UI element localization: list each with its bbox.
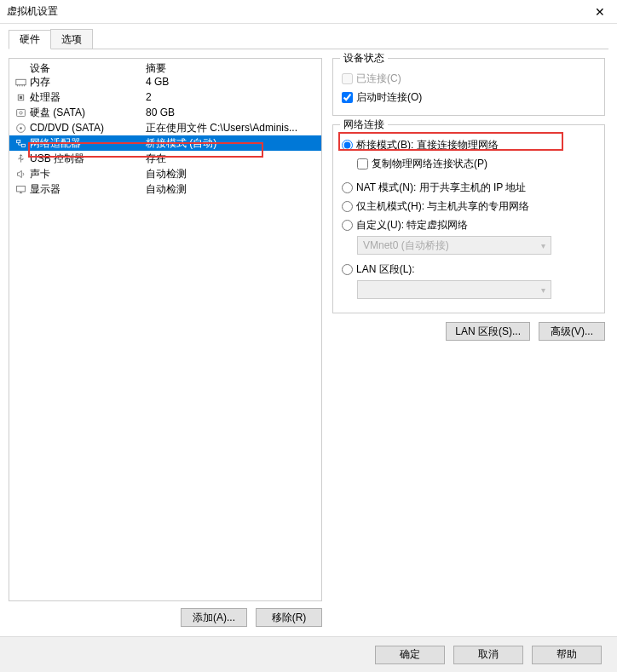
left-buttons: 添加(A)... 移除(R): [9, 608, 322, 627]
device-list: 设备 摘要 内存4 GB处理器2硬盘 (SATA)80 GBCD/DVD (SA…: [9, 58, 322, 601]
chevron-down-icon: ▾: [541, 285, 545, 295]
replicate-label: 复制物理网络连接状态(P): [372, 157, 487, 171]
device-summary: 存在: [146, 152, 321, 166]
svg-rect-12: [21, 144, 25, 146]
device-row[interactable]: CD/DVD (SATA)正在使用文件 C:\Users\Adminis...: [9, 120, 321, 135]
device-name: USB 控制器: [30, 152, 84, 166]
list-header: 设备 摘要: [9, 59, 321, 74]
lan-segment-label: LAN 区段(L):: [356, 262, 415, 277]
sound-icon: [14, 168, 26, 180]
svg-rect-7: [16, 109, 25, 116]
close-button[interactable]: ✕: [583, 0, 617, 24]
device-name: 显示器: [30, 182, 61, 197]
device-row[interactable]: 网络适配器桥接模式 (自动): [9, 135, 321, 151]
titlebar: 虚拟机设置 ✕: [0, 0, 617, 24]
network-icon: [14, 137, 26, 149]
display-icon: [14, 183, 26, 195]
device-status-title: 设备状态: [340, 51, 388, 66]
nat-radio-row[interactable]: NAT 模式(N): 用于共享主机的 IP 地址: [342, 178, 596, 197]
device-summary: 4 GB: [146, 76, 321, 88]
connected-checkbox: [342, 73, 353, 84]
nat-label: NAT 模式(N): 用于共享主机的 IP 地址: [356, 181, 526, 195]
disk-icon: [14, 106, 26, 118]
tab-options[interactable]: 选项: [50, 29, 93, 49]
bottom-bar: 确定 取消 帮助: [0, 636, 617, 672]
right-panel: 设备状态 已连接(C) 启动时连接(O) 网络连接 桥接模式(B): 直接连接物…: [332, 58, 608, 627]
col-device-header: 设备: [14, 61, 146, 76]
ok-button[interactable]: 确定: [375, 646, 445, 664]
advanced-button[interactable]: 高级(V)...: [539, 322, 605, 341]
device-row[interactable]: 硬盘 (SATA)80 GB: [9, 105, 321, 120]
chevron-down-icon: ▾: [541, 241, 545, 250]
replicate-checkbox-row[interactable]: 复制物理网络连接状态(P): [342, 154, 596, 173]
usb-icon: [14, 152, 26, 164]
custom-network-select: VMnet0 (自动桥接) ▾: [357, 236, 551, 255]
connected-label: 已连接(C): [356, 72, 401, 86]
device-name: 处理器: [30, 90, 61, 105]
network-connection-group: 网络连接 桥接模式(B): 直接连接物理网络 复制物理网络连接状态(P) NAT…: [332, 124, 605, 313]
cpu-icon: [14, 91, 26, 103]
cancel-button[interactable]: 取消: [453, 646, 523, 664]
custom-network-value: VMnet0 (自动桥接): [363, 238, 449, 253]
connect-at-poweron-label: 启动时连接(O): [356, 90, 422, 105]
bridged-radio[interactable]: [342, 140, 353, 151]
device-row[interactable]: 显示器自动检测: [9, 181, 321, 197]
device-name: 声卡: [30, 167, 50, 181]
content-area: 硬件 选项 设备 摘要 内存4 GB处理器2硬盘 (SATA)80 GBCD/D…: [0, 24, 617, 635]
device-row[interactable]: USB 控制器存在: [9, 151, 321, 166]
device-summary: 桥接模式 (自动): [146, 136, 321, 151]
device-summary: 正在使用文件 C:\Users\Adminis...: [146, 121, 321, 135]
tabs: 硬件 选项: [9, 29, 608, 49]
svg-point-10: [20, 127, 21, 129]
device-name: CD/DVD (SATA): [30, 122, 104, 134]
body-area: 设备 摘要 内存4 GB处理器2硬盘 (SATA)80 GBCD/DVD (SA…: [9, 49, 608, 627]
device-name: 内存: [30, 75, 50, 89]
svg-rect-0: [15, 79, 25, 85]
connect-at-poweron-checkbox[interactable]: [342, 92, 353, 103]
svg-rect-11: [16, 140, 20, 142]
replicate-checkbox[interactable]: [357, 158, 368, 169]
nat-radio[interactable]: [342, 182, 353, 193]
remove-button[interactable]: 移除(R): [256, 608, 322, 627]
add-button[interactable]: 添加(A)...: [181, 608, 247, 627]
lan-segments-button[interactable]: LAN 区段(S)...: [446, 322, 530, 341]
left-panel: 设备 摘要 内存4 GB处理器2硬盘 (SATA)80 GBCD/DVD (SA…: [9, 58, 322, 627]
tab-hardware[interactable]: 硬件: [9, 30, 51, 49]
device-summary: 自动检测: [146, 167, 321, 181]
device-summary: 自动检测: [146, 182, 321, 197]
device-rows: 内存4 GB处理器2硬盘 (SATA)80 GBCD/DVD (SATA)正在使…: [9, 74, 321, 197]
connected-checkbox-row: 已连接(C): [342, 69, 596, 88]
device-summary: 2: [146, 91, 321, 103]
device-status-group: 设备状态 已连接(C) 启动时连接(O): [332, 58, 605, 116]
hostonly-radio[interactable]: [342, 201, 353, 212]
svg-point-8: [19, 111, 21, 113]
svg-rect-6: [19, 95, 21, 98]
network-connection-title: 网络连接: [340, 118, 388, 132]
device-row[interactable]: 声卡自动检测: [9, 166, 321, 181]
custom-radio[interactable]: [342, 220, 353, 231]
svg-rect-13: [16, 186, 25, 192]
device-summary: 80 GB: [146, 106, 321, 118]
hostonly-label: 仅主机模式(H): 与主机共享的专用网络: [356, 199, 529, 214]
custom-label: 自定义(U): 特定虚拟网络: [356, 218, 468, 233]
right-buttons: LAN 区段(S)... 高级(V)...: [332, 322, 605, 341]
bridged-label: 桥接模式(B): 直接连接物理网络: [356, 138, 499, 152]
device-name: 硬盘 (SATA): [30, 106, 85, 120]
hostonly-radio-row[interactable]: 仅主机模式(H): 与主机共享的专用网络: [342, 197, 596, 215]
device-name: 网络适配器: [30, 136, 81, 151]
help-button[interactable]: 帮助: [532, 646, 602, 664]
col-summary-header: 摘要: [146, 61, 321, 76]
connect-at-poweron-row[interactable]: 启动时连接(O): [342, 88, 596, 106]
window-title: 虚拟机设置: [7, 4, 58, 19]
bridged-radio-row[interactable]: 桥接模式(B): 直接连接物理网络: [342, 135, 596, 154]
cd-icon: [14, 122, 26, 134]
memory-icon: [14, 76, 26, 88]
lan-segment-select: ▾: [357, 280, 551, 299]
lan-segment-radio[interactable]: [342, 264, 353, 275]
device-row[interactable]: 处理器2: [9, 89, 321, 105]
device-row[interactable]: 内存4 GB: [9, 74, 321, 89]
lan-segment-radio-row[interactable]: LAN 区段(L):: [342, 260, 596, 279]
custom-radio-row[interactable]: 自定义(U): 特定虚拟网络: [342, 215, 596, 234]
